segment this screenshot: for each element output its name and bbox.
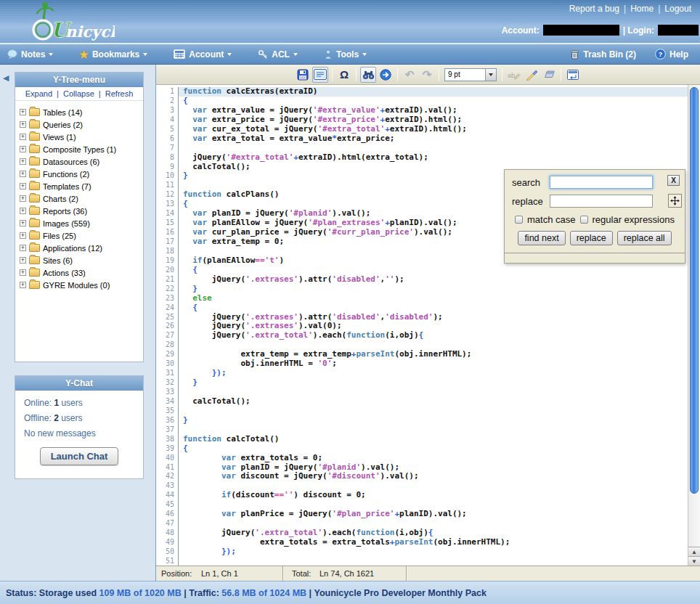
tree-item[interactable]: Files (25): [20, 229, 140, 242]
menu-notes[interactable]: Notes: [7, 49, 53, 60]
code-line[interactable]: 3 var extra_value = jQuery('#extra_value…: [156, 106, 688, 115]
code-line[interactable]: 38function calcTotal(): [156, 435, 688, 444]
home-link[interactable]: Home: [630, 4, 654, 14]
menu-bookmarks[interactable]: ★ Bookmarks: [79, 49, 147, 60]
expand-plus-icon[interactable]: [20, 183, 26, 189]
code-line[interactable]: 51: [156, 557, 688, 566]
tree-item[interactable]: Functions (2): [20, 168, 140, 180]
vertical-scrollbar[interactable]: ▲ ▼: [688, 85, 700, 566]
expand-plus-icon[interactable]: [20, 232, 26, 239]
code-line[interactable]: 39{: [156, 444, 688, 454]
expand-plus-icon[interactable]: [20, 158, 26, 165]
menu-tools[interactable]: Tools: [324, 49, 367, 60]
save-icon[interactable]: [295, 67, 311, 83]
undo-icon[interactable]: ↶: [402, 67, 418, 83]
menu-account[interactable]: Account: [174, 49, 232, 59]
code-line[interactable]: 30 obj.innerHTML = '0';: [156, 359, 688, 369]
scroll-down-icon[interactable]: ▼: [688, 556, 700, 566]
font-size-select[interactable]: 9 pt: [444, 68, 497, 81]
find-next-button[interactable]: find next: [518, 231, 565, 245]
move-handle-icon[interactable]: [668, 194, 682, 208]
menu-help[interactable]: ? Help: [655, 49, 688, 60]
replace-all-button[interactable]: replace all: [617, 231, 672, 245]
code-line[interactable]: 46 var planPrice = jQuery('#plan_price'+…: [156, 510, 688, 519]
tree-item[interactable]: GYRE Modules (0): [20, 279, 140, 291]
younicycle-logo[interactable]: U nicycle: [19, 0, 115, 45]
expand-plus-icon[interactable]: [20, 208, 26, 214]
code-line[interactable]: 8 jQuery('#extra_total'+extraID).html(ex…: [156, 153, 688, 163]
tree-item[interactable]: Views (1): [20, 131, 140, 143]
report-bug-link[interactable]: Report a bug: [569, 4, 619, 14]
expand-plus-icon[interactable]: [20, 282, 26, 288]
code-line[interactable]: 49 extra_totals = extra_totals+parseInt(…: [156, 538, 688, 547]
code-line[interactable]: 5 var cur_ex_total = jQuery('#extra_tota…: [156, 125, 688, 134]
code-line[interactable]: 35: [156, 407, 688, 416]
sidebar-collapse-icon[interactable]: ◀: [3, 73, 9, 83]
tree-refresh-link[interactable]: Refresh: [105, 89, 134, 98]
spellcheck-icon[interactable]: ab: [506, 67, 522, 83]
expand-plus-icon[interactable]: [20, 257, 26, 264]
code-line[interactable]: 37: [156, 425, 688, 435]
expand-plus-icon[interactable]: [20, 109, 26, 115]
find-binoculars-icon[interactable]: [360, 67, 376, 83]
code-line[interactable]: 20 {: [156, 266, 688, 275]
expand-plus-icon[interactable]: [20, 121, 26, 128]
code-line[interactable]: 45: [156, 500, 688, 510]
code-text[interactable]: 1function calcExtras(extraID)2{3 var ext…: [156, 85, 688, 566]
code-line[interactable]: 23 else: [156, 294, 688, 303]
expand-plus-icon[interactable]: [20, 220, 26, 226]
redo-icon[interactable]: ↷: [419, 67, 435, 83]
code-line[interactable]: 33: [156, 388, 688, 397]
code-line[interactable]: 43: [156, 481, 688, 491]
expand-plus-icon[interactable]: [20, 269, 26, 276]
code-line[interactable]: 27 jQuery('.extra_total').each(function(…: [156, 331, 688, 340]
menu-acl[interactable]: ACL: [258, 49, 298, 60]
code-line[interactable]: 42 var discount = jQuery('#discount').va…: [156, 472, 688, 481]
expand-plus-icon[interactable]: [20, 245, 26, 251]
regex-checkbox[interactable]: [580, 216, 588, 224]
eraser-icon[interactable]: [541, 67, 557, 83]
code-line[interactable]: 29 extra_temp = extra_temp+parseInt(obj.…: [156, 350, 688, 359]
tree-collapse-link[interactable]: Collapse: [63, 89, 94, 98]
highlight-brush-icon[interactable]: [524, 67, 540, 83]
code-line[interactable]: 26 jQuery('.extrases').val(0);: [156, 322, 688, 331]
code-line[interactable]: 50 });: [156, 547, 688, 557]
tree-item[interactable]: Images (559): [20, 217, 140, 229]
code-line[interactable]: 24 {: [156, 303, 688, 313]
menu-trash-bin[interactable]: Trash Bin (2): [570, 49, 636, 60]
tree-item[interactable]: Queries (2): [20, 118, 140, 131]
scroll-up-icon[interactable]: ▲: [688, 547, 700, 556]
editor-window-icon[interactable]: [312, 67, 328, 83]
expand-plus-icon[interactable]: [20, 171, 26, 177]
search-input[interactable]: [550, 176, 653, 189]
match-case-checkbox[interactable]: [515, 216, 523, 224]
code-line[interactable]: 25 jQuery('.extrases').attr('disabled','…: [156, 313, 688, 322]
special-characters-icon[interactable]: Ω: [336, 67, 352, 83]
code-line[interactable]: 34 calcTotal();: [156, 397, 688, 407]
tree-item[interactable]: Sites (6): [20, 254, 140, 266]
code-line[interactable]: 48 jQuery('.extra_total').each(function(…: [156, 528, 688, 538]
launch-chat-button[interactable]: Launch Chat: [40, 447, 119, 465]
code-line[interactable]: 47: [156, 519, 688, 528]
code-line[interactable]: 6 var extra_total = extra_value*extra_pr…: [156, 134, 688, 144]
tree-item[interactable]: Datasources (6): [20, 155, 140, 168]
code-line[interactable]: 31 });: [156, 369, 688, 378]
tree-item[interactable]: Actions (33): [20, 266, 140, 279]
code-line[interactable]: 1function calcExtras(extraID): [156, 87, 688, 97]
close-icon[interactable]: X: [667, 175, 680, 186]
code-line[interactable]: 2{: [156, 97, 688, 106]
go-to-line-icon[interactable]: [378, 67, 394, 83]
scrollbar-thumb[interactable]: [690, 87, 699, 494]
code-line[interactable]: 36}: [156, 416, 688, 425]
select-dropdown-icon[interactable]: [485, 69, 496, 81]
new-window-icon[interactable]: [565, 67, 581, 83]
code-line[interactable]: 7: [156, 144, 688, 153]
code-line[interactable]: 28: [156, 340, 688, 350]
tree-item[interactable]: Charts (2): [20, 192, 140, 205]
code-line[interactable]: 44 if(discount=='') discount = 0;: [156, 491, 688, 500]
tree-item[interactable]: Applications (12): [20, 242, 140, 254]
code-line[interactable]: 22 }: [156, 285, 688, 294]
replace-input[interactable]: [550, 195, 653, 208]
code-line[interactable]: 21 jQuery('.extrases').attr('disabled','…: [156, 275, 688, 285]
tree-item[interactable]: Reports (36): [20, 205, 140, 217]
